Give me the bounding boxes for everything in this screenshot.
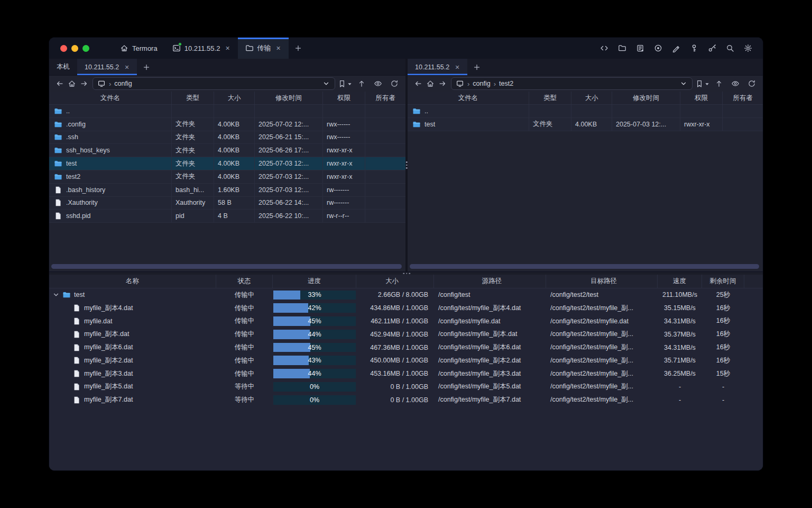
transfer-row[interactable]: myfile_副本3.dat传输中44%453.16MB / 1.00GB/co… bbox=[49, 367, 763, 380]
search-button[interactable] bbox=[724, 42, 736, 55]
column-header[interactable]: 源路径 bbox=[434, 275, 546, 288]
column-header[interactable]: 目标路径 bbox=[546, 275, 658, 288]
transfer-row[interactable]: myfile_副本.dat传输中44%452.94MB / 1.00GB/con… bbox=[49, 328, 763, 341]
transfer-source-cell: /config/test/myfile_副本6.dat bbox=[434, 341, 546, 354]
progress-label: 0% bbox=[273, 380, 356, 394]
transfer-row[interactable]: myfile_副本6.dat传输中45%467.36MB / 1.00GB/co… bbox=[49, 341, 763, 354]
close-tab-icon[interactable]: × bbox=[276, 44, 281, 52]
transfer-name: test bbox=[74, 291, 85, 298]
forward-button[interactable] bbox=[436, 78, 448, 90]
file-name: sshd.pid bbox=[66, 212, 91, 220]
settings-button[interactable] bbox=[742, 42, 754, 55]
key-button[interactable] bbox=[688, 42, 700, 55]
file-row[interactable]: .bash_historybash_hi...1.60KB2025-07-03 … bbox=[49, 184, 405, 197]
column-header[interactable]: 速度 bbox=[658, 275, 702, 288]
column-header[interactable]: 大小 bbox=[214, 92, 255, 104]
file-owner-cell bbox=[365, 105, 405, 117]
right-panel-tab[interactable]: 10.211.55.2× bbox=[408, 59, 467, 75]
column-header[interactable]: 权限 bbox=[680, 92, 723, 104]
code-button[interactable] bbox=[598, 42, 610, 55]
refresh-button[interactable] bbox=[388, 78, 400, 90]
transfer-row[interactable]: test传输中33%2.66GB / 8.00GB/config/test/co… bbox=[49, 288, 763, 302]
column-header[interactable]: 文件名 bbox=[49, 92, 172, 104]
file-row[interactable]: test文件夹4.00KB2025-07-03 12:...rwxr-xr-x bbox=[49, 157, 405, 170]
column-header[interactable]: 文件名 bbox=[408, 92, 529, 104]
file-row[interactable]: ssh_host_keys文件夹4.00KB2025-06-26 17:...r… bbox=[49, 144, 405, 157]
file-row[interactable]: .. bbox=[408, 105, 763, 118]
column-header[interactable]: 权限 bbox=[323, 92, 365, 104]
refresh-button[interactable] bbox=[745, 78, 758, 90]
folder-button[interactable] bbox=[616, 42, 628, 55]
transfer-row[interactable]: myfile_副本2.dat传输中43%450.00MB / 1.00GB/co… bbox=[49, 354, 763, 367]
right-horizontal-scrollbar[interactable] bbox=[410, 264, 759, 269]
left-horizontal-scrollbar[interactable] bbox=[51, 264, 402, 269]
record-button[interactable] bbox=[652, 42, 664, 55]
back-button[interactable] bbox=[53, 78, 66, 90]
left-panel-tab-strip: 本机10.211.55.2× bbox=[49, 59, 405, 76]
minimize-window-button[interactable] bbox=[71, 45, 78, 52]
right-panel-new-tab-button[interactable] bbox=[467, 59, 486, 75]
connection-status-dot bbox=[178, 42, 182, 46]
file-row[interactable]: .ssh文件夹4.00KB2025-06-21 15:...rwx------ bbox=[49, 131, 405, 144]
expand-toggle[interactable] bbox=[52, 291, 59, 299]
column-header[interactable]: 所有者 bbox=[723, 92, 763, 104]
transfer-row[interactable]: myfile_副本4.dat传输中42%434.86MB / 1.00GB/co… bbox=[49, 302, 763, 315]
column-header[interactable]: 类型 bbox=[172, 92, 214, 104]
forward-button[interactable] bbox=[78, 78, 90, 90]
title-tab[interactable]: Termora bbox=[113, 38, 165, 59]
bookmark-button[interactable] bbox=[696, 78, 708, 90]
home-button[interactable] bbox=[424, 78, 436, 90]
column-header[interactable]: 剩余时间 bbox=[702, 275, 744, 288]
transfer-row[interactable]: myfile_副本7.dat等待中0%0 B / 1.00GB/config/t… bbox=[49, 393, 763, 406]
close-tab-icon[interactable]: × bbox=[124, 64, 130, 71]
file-type-cell bbox=[529, 105, 571, 117]
left-panel-new-tab-button[interactable] bbox=[137, 59, 156, 75]
transfer-remaining-cell: 25秒 bbox=[702, 288, 744, 302]
eye-button[interactable] bbox=[372, 78, 384, 90]
column-header[interactable]: 状态 bbox=[216, 275, 273, 288]
transfer-row[interactable]: myfile.dat传输中45%462.11MB / 1.00GB/config… bbox=[49, 315, 763, 328]
file-type-cell bbox=[172, 105, 214, 117]
title-tab[interactable]: 传输× bbox=[238, 38, 289, 59]
file-row[interactable]: .. bbox=[49, 105, 405, 118]
zoom-window-button[interactable] bbox=[82, 45, 89, 52]
panel-tab-label: 10.211.55.2 bbox=[85, 64, 119, 71]
left-panel-tab[interactable]: 本机 bbox=[49, 59, 77, 75]
breadcrumb-segment[interactable]: config bbox=[114, 80, 132, 87]
right-breadcrumb-input[interactable]: ›config›test2 bbox=[451, 77, 693, 90]
close-window-button[interactable] bbox=[60, 45, 67, 52]
file-row[interactable]: test文件夹4.00KB2025-07-03 12:...rwxr-xr-x bbox=[408, 118, 763, 131]
file-row[interactable]: test2文件夹4.00KB2025-07-03 12:...rwxr-xr-x bbox=[49, 170, 405, 184]
home-button[interactable] bbox=[66, 78, 78, 90]
close-tab-icon[interactable]: × bbox=[455, 64, 460, 71]
eye-icon bbox=[374, 79, 382, 88]
close-tab-icon[interactable]: × bbox=[225, 44, 230, 52]
transfer-size-cell: 452.94MB / 1.00GB bbox=[356, 328, 434, 341]
column-header[interactable]: 修改时间 bbox=[255, 92, 323, 104]
left-panel-tab[interactable]: 10.211.55.2× bbox=[77, 59, 137, 75]
breadcrumb-segment[interactable]: config bbox=[473, 80, 490, 87]
column-header[interactable]: 大小 bbox=[571, 92, 612, 104]
column-header[interactable]: 修改时间 bbox=[612, 92, 680, 104]
up-button[interactable] bbox=[713, 78, 725, 90]
back-button[interactable] bbox=[412, 78, 424, 90]
column-header[interactable]: 名称 bbox=[49, 275, 216, 288]
left-breadcrumb-input[interactable]: ›config bbox=[93, 77, 335, 90]
column-header[interactable]: 类型 bbox=[529, 92, 571, 104]
transfer-row[interactable]: myfile_副本5.dat等待中0%0 B / 1.00GB/config/t… bbox=[49, 380, 763, 394]
column-header[interactable]: 进度 bbox=[273, 275, 356, 288]
column-header[interactable]: 所有者 bbox=[365, 92, 405, 104]
file-row[interactable]: .XauthorityXauthority58 B2025-06-22 14:.… bbox=[49, 197, 405, 210]
up-button[interactable] bbox=[355, 78, 367, 90]
pen-button[interactable] bbox=[670, 42, 682, 55]
eye-button[interactable] bbox=[729, 78, 741, 90]
file-row[interactable]: sshd.pidpid4 B2025-06-22 10:...rw-r--r-- bbox=[49, 210, 405, 223]
column-header[interactable]: 大小 bbox=[356, 275, 434, 288]
keychain-button[interactable] bbox=[706, 42, 718, 55]
new-title-tab-button[interactable] bbox=[289, 38, 308, 59]
breadcrumb-segment[interactable]: test2 bbox=[499, 80, 513, 87]
notes-button[interactable] bbox=[634, 42, 646, 55]
bookmark-button[interactable] bbox=[339, 78, 351, 90]
title-tab[interactable]: 10.211.55.2× bbox=[165, 38, 238, 59]
file-row[interactable]: .config文件夹4.00KB2025-07-02 12:...rwx----… bbox=[49, 118, 405, 131]
